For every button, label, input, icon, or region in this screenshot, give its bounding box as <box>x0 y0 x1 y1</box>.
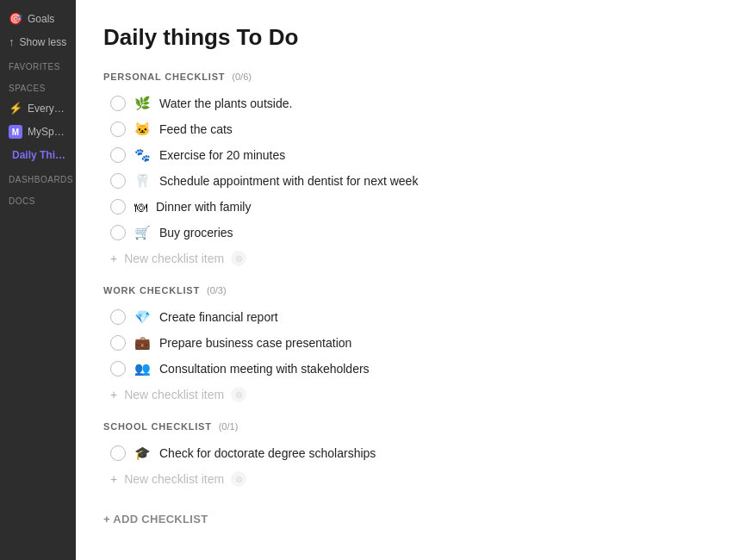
settings-icon-financial-report[interactable] <box>703 309 718 325</box>
section-title-school: SCHOOL CHECKLIST <box>103 421 212 432</box>
item-text-groceries: Buy groceries <box>159 226 694 240</box>
sidebar-item-daily-things[interactable]: Daily Thing <box>0 144 76 166</box>
checklist-item-dentist[interactable]: 🦷Schedule appointment with dentist for n… <box>103 168 718 194</box>
item-emoji-groceries: 🛒 <box>134 225 151 240</box>
item-text-financial-report: Create financial report <box>159 310 694 324</box>
checkbox-water-plants[interactable] <box>110 96 126 111</box>
new-item-settings-school[interactable] <box>231 471 246 487</box>
item-emoji-consultation: 👥 <box>134 361 151 376</box>
item-emoji-financial-report: 💎 <box>134 309 151 325</box>
checklist-item-consultation[interactable]: 👥Consultation meeting with stakeholders <box>103 356 718 382</box>
add-checklist-button[interactable]: + ADD CHECKLIST <box>103 506 718 532</box>
section-header-personal: PERSONAL CHECKLIST(0/6) <box>103 72 718 82</box>
dashboards-section-label: DASHBOARDS <box>0 166 76 188</box>
plus-icon-personal: + <box>110 252 117 265</box>
settings-icon-exercise[interactable] <box>703 147 718 163</box>
section-title-work: WORK CHECKLIST <box>103 285 200 296</box>
new-item-settings-work[interactable] <box>231 387 246 402</box>
settings-icon-business-case[interactable] <box>703 335 718 351</box>
item-emoji-feed-cats: 🐱 <box>134 121 151 137</box>
goals-icon: 🎯 <box>9 12 22 25</box>
checkbox-exercise[interactable] <box>110 147 126 163</box>
favorites-section-label: FAVORITES <box>0 53 76 75</box>
item-text-doctorate: Check for doctorate degree scholarships <box>159 446 694 460</box>
checklist-item-doctorate[interactable]: 🎓Check for doctorate degree scholarships <box>103 440 718 466</box>
item-text-dentist: Schedule appointment with dentist for ne… <box>159 174 694 188</box>
checklist-item-business-case[interactable]: 💼Prepare business case presentation <box>103 330 718 356</box>
item-emoji-doctorate: 🎓 <box>134 445 151 461</box>
item-text-water-plants: Water the plants outside. <box>159 96 694 110</box>
checklist-section-school: SCHOOL CHECKLIST(0/1)🎓Check for doctorat… <box>103 421 718 492</box>
everything-icon: ⚡ <box>9 102 22 115</box>
checklist-item-exercise[interactable]: 🐾Exercise for 20 minutes <box>103 142 718 168</box>
myspace-badge: M <box>9 125 22 139</box>
sidebar-everything-label: Everything <box>28 103 67 115</box>
new-item-row-work[interactable]: +New checklist item <box>103 382 718 408</box>
checkbox-feed-cats[interactable] <box>110 121 126 137</box>
item-emoji-water-plants: 🌿 <box>134 96 151 111</box>
chevron-up-icon: ↑ <box>9 35 15 48</box>
checkbox-business-case[interactable] <box>110 335 126 351</box>
item-text-feed-cats: Feed the cats <box>159 122 694 136</box>
sidebar: 🎯 Goals ↑ Show less FAVORITES SPACES ⚡ E… <box>0 0 76 560</box>
settings-icon-doctorate[interactable] <box>703 445 718 461</box>
section-count-school: (0/1) <box>219 421 239 432</box>
sidebar-myspace-label: MySpace <box>28 126 67 138</box>
sidebar-item-goals[interactable]: 🎯 Goals <box>0 7 76 30</box>
checkbox-doctorate[interactable] <box>110 445 126 461</box>
section-count-work: (0/3) <box>207 285 227 296</box>
sidebar-show-less-label: Show less <box>20 36 67 48</box>
settings-icon-dentist[interactable] <box>703 173 718 189</box>
item-emoji-dinner: 🍽 <box>134 200 147 215</box>
main-content: Daily things To Do PERSONAL CHECKLIST(0/… <box>76 0 746 560</box>
new-item-placeholder-school[interactable]: New checklist item <box>124 472 224 486</box>
plus-icon-school: + <box>110 472 117 486</box>
settings-icon-consultation[interactable] <box>703 361 718 376</box>
checkbox-dentist[interactable] <box>110 173 126 189</box>
new-item-placeholder-work[interactable]: New checklist item <box>124 388 224 401</box>
new-item-settings-personal[interactable] <box>231 251 246 266</box>
spaces-section-label: SPACES <box>0 75 76 96</box>
sidebar-item-myspace[interactable]: M MySpace <box>0 120 76 144</box>
section-header-work: WORK CHECKLIST(0/3) <box>103 285 718 296</box>
add-checklist-label: + ADD CHECKLIST <box>103 513 208 526</box>
sidebar-item-show-less[interactable]: ↑ Show less <box>0 30 76 53</box>
checkbox-consultation[interactable] <box>110 361 126 376</box>
plus-icon-work: + <box>110 388 117 401</box>
settings-icon-feed-cats[interactable] <box>703 121 718 137</box>
new-item-placeholder-personal[interactable]: New checklist item <box>124 252 224 265</box>
checklist-item-dinner[interactable]: 🍽Dinner with family <box>103 194 718 220</box>
checkbox-dinner[interactable] <box>110 199 126 215</box>
new-item-row-personal[interactable]: +New checklist item <box>103 246 718 271</box>
sidebar-daily-label: Daily Thing <box>12 149 67 161</box>
checklist-item-water-plants[interactable]: 🌿Water the plants outside. <box>103 90 718 116</box>
section-count-personal: (0/6) <box>232 72 252 82</box>
settings-icon-dinner[interactable] <box>703 199 718 215</box>
checkbox-financial-report[interactable] <box>110 309 126 325</box>
section-title-personal: PERSONAL CHECKLIST <box>103 72 225 82</box>
page-title: Daily things To Do <box>103 24 718 51</box>
item-text-consultation: Consultation meeting with stakeholders <box>159 362 694 376</box>
checklists-container: PERSONAL CHECKLIST(0/6)🌿Water the plants… <box>103 72 718 492</box>
settings-icon-water-plants[interactable] <box>703 96 718 111</box>
item-text-exercise: Exercise for 20 minutes <box>159 148 694 162</box>
item-text-business-case: Prepare business case presentation <box>159 336 694 350</box>
sidebar-item-everything[interactable]: ⚡ Everything <box>0 96 76 120</box>
checklist-item-groceries[interactable]: 🛒Buy groceries <box>103 220 718 246</box>
checklist-section-personal: PERSONAL CHECKLIST(0/6)🌿Water the plants… <box>103 72 718 271</box>
new-item-row-school[interactable]: +New checklist item <box>103 466 718 492</box>
sidebar-item-goals-label: Goals <box>28 13 54 25</box>
item-emoji-business-case: 💼 <box>134 335 151 351</box>
checklist-section-work: WORK CHECKLIST(0/3)💎Create financial rep… <box>103 285 718 408</box>
checklist-item-financial-report[interactable]: 💎Create financial report <box>103 304 718 330</box>
checkbox-groceries[interactable] <box>110 225 126 240</box>
item-emoji-dentist: 🦷 <box>134 173 151 189</box>
checklist-item-feed-cats[interactable]: 🐱Feed the cats <box>103 116 718 142</box>
item-text-dinner: Dinner with family <box>156 200 694 214</box>
settings-icon-groceries[interactable] <box>703 225 718 240</box>
docs-section-label: DOCS <box>0 188 76 209</box>
section-header-school: SCHOOL CHECKLIST(0/1) <box>103 421 718 432</box>
item-emoji-exercise: 🐾 <box>134 147 151 163</box>
